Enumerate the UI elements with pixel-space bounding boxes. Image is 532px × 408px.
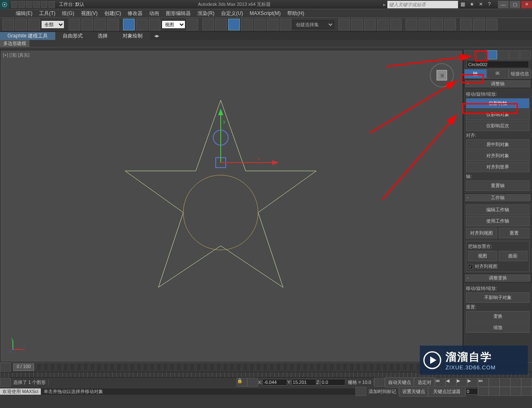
goto-start-icon[interactable]: ⏮	[435, 378, 446, 387]
keyfilter-button[interactable]: 关键点过滤器	[428, 386, 466, 397]
ik-tab[interactable]: IK	[487, 69, 509, 79]
create-tab-icon[interactable]	[464, 50, 475, 59]
z-coord-input[interactable]	[320, 379, 345, 386]
qat-undo-icon[interactable]	[33, 1, 40, 8]
prev-frame-icon[interactable]: ◀	[446, 378, 456, 387]
reset-transform-button[interactable]: 变换	[466, 311, 530, 321]
linkinfo-tab[interactable]: 链接信息	[509, 69, 531, 79]
time-config-icon[interactable]	[0, 363, 11, 372]
manipulate-icon[interactable]	[202, 19, 214, 30]
nav-region-icon[interactable]	[521, 387, 532, 396]
unlink-icon[interactable]	[15, 19, 27, 30]
refcoord-dropdown[interactable]: 视图	[162, 20, 185, 29]
render-icon[interactable]	[444, 19, 456, 30]
viewcube-icon[interactable]: 顶	[429, 63, 454, 88]
menu-customize[interactable]: 自定义(U)	[218, 10, 246, 17]
setkey-button[interactable]: 设置关键点	[399, 386, 428, 397]
minimize-button[interactable]: —	[498, 1, 509, 8]
bind-spacewarp-icon[interactable]	[28, 19, 40, 30]
affect-hierarchy-only-button[interactable]: 仅影响层次	[466, 121, 530, 131]
menu-views[interactable]: 视图(V)	[78, 10, 101, 17]
scene-star-object[interactable]: y x	[108, 88, 333, 337]
render-frame-icon[interactable]	[431, 19, 443, 30]
x-coord-input[interactable]	[262, 379, 287, 386]
use-working-pivot-button[interactable]: 使用工作轴	[466, 216, 530, 226]
viewport-label[interactable]: [+] [顶] [真实]	[3, 52, 30, 58]
comm-center-icon[interactable]: ▦	[461, 1, 467, 8]
selection-filter-dropdown[interactable]: 全部	[41, 20, 64, 29]
percent-snap-icon[interactable]	[254, 19, 266, 30]
maximize-button[interactable]: ▢	[510, 1, 520, 8]
menu-animation[interactable]: 动画	[146, 10, 163, 17]
close-button[interactable]: ✕	[521, 1, 532, 8]
layers-icon[interactable]	[364, 19, 376, 30]
exchange-icon[interactable]: ✕	[479, 1, 485, 8]
favorites-icon[interactable]: ★	[470, 1, 476, 8]
align-to-view-button[interactable]: 对齐到视图	[466, 228, 497, 238]
app-logo-icon[interactable]: ⦿	[0, 0, 9, 9]
current-frame-input[interactable]	[466, 388, 478, 395]
nav-walk-icon[interactable]	[500, 387, 510, 396]
reset-scale-button[interactable]: 缩放	[466, 322, 530, 333]
hierarchy-tab-icon[interactable]	[486, 50, 497, 59]
align-to-view-checkbox[interactable]: ✓	[468, 264, 473, 269]
rotate-icon[interactable]	[136, 19, 148, 30]
teapot3-icon[interactable]	[486, 19, 498, 30]
nav-fov-icon[interactable]	[510, 378, 521, 387]
y-coord-input[interactable]	[291, 379, 316, 386]
script-listener-icon[interactable]	[0, 378, 11, 387]
object-name-input[interactable]	[467, 61, 529, 68]
workspace-dropdown[interactable]: 工作台: 默认	[57, 1, 87, 7]
align-icon[interactable]	[351, 19, 363, 30]
goto-end-icon[interactable]: ⏭	[478, 378, 489, 387]
ribbon-tab-paint[interactable]: 对象绘制	[115, 32, 150, 40]
absolute-mode-icon[interactable]	[247, 378, 258, 387]
select-region-icon[interactable]	[94, 19, 106, 30]
qat-redo-icon[interactable]	[41, 1, 47, 8]
place-view-button[interactable]: 视图	[468, 251, 497, 261]
time-config-icon-2[interactable]	[478, 387, 489, 396]
add-time-tag-label[interactable]: 添加时间标记	[366, 388, 399, 395]
menu-edit[interactable]: 编辑(E)	[12, 10, 36, 17]
help-icon[interactable]: ?	[488, 1, 495, 8]
qat-save-icon[interactable]	[26, 1, 32, 8]
render-setup-icon[interactable]	[419, 19, 430, 30]
qat-link-icon[interactable]	[48, 1, 55, 8]
pivot-tab[interactable]: 轴	[464, 69, 487, 79]
ribbon-tab-graphite[interactable]: Graphite 建模工具	[0, 32, 55, 40]
play-icon[interactable]: ▶	[456, 378, 467, 387]
viewport[interactable]: [+] [顶] [真实] 顶 y x y x z	[0, 50, 463, 362]
curve-editor-icon[interactable]	[377, 19, 389, 30]
polygon-modeling-tab[interactable]: 多边形建模	[0, 40, 30, 47]
material-editor-icon[interactable]	[406, 19, 417, 30]
angle-snap-icon[interactable]	[241, 19, 253, 30]
select-icon[interactable]	[69, 19, 80, 30]
align-to-world-button[interactable]: 对齐到世界	[466, 162, 530, 172]
move-icon[interactable]	[123, 19, 135, 30]
motion-tab-icon[interactable]	[498, 50, 508, 59]
place-surface-button[interactable]: 曲面	[499, 251, 528, 261]
modify-tab-icon[interactable]	[475, 50, 486, 59]
use-pivot-center-icon[interactable]	[187, 19, 198, 30]
align-to-object-button[interactable]: 对齐到对象	[466, 151, 530, 161]
scale-icon[interactable]	[149, 19, 160, 30]
teapot2-icon[interactable]	[473, 19, 485, 30]
menu-group[interactable]: 组(G)	[59, 10, 77, 17]
rollout-adjust-pivot[interactable]: -调整轴	[464, 79, 531, 88]
menu-rendering[interactable]: 渲染(R)	[194, 10, 218, 17]
window-crossing-icon[interactable]	[107, 19, 119, 30]
menu-create[interactable]: 创建(C)	[101, 10, 125, 17]
menu-grapheditors[interactable]: 图形编辑器	[163, 10, 194, 17]
nav-zoomext-icon[interactable]	[521, 378, 532, 387]
rollout-adjust-transform[interactable]: -调整变换	[464, 274, 531, 282]
display-tab-icon[interactable]	[509, 50, 520, 59]
qat-new-icon[interactable]	[11, 1, 17, 8]
spinner-snap-icon[interactable]	[267, 19, 278, 30]
select-by-name-icon[interactable]	[81, 19, 93, 30]
help-search-input[interactable]	[387, 1, 458, 8]
nav-pan-icon[interactable]	[489, 378, 500, 387]
nav-orbit-icon[interactable]	[489, 387, 500, 396]
named-selection-dropdown[interactable]: 创建选择集	[293, 20, 334, 29]
time-tag-icon[interactable]	[355, 387, 366, 396]
ribbon-tab-freeform[interactable]: 自由形式	[55, 32, 90, 40]
